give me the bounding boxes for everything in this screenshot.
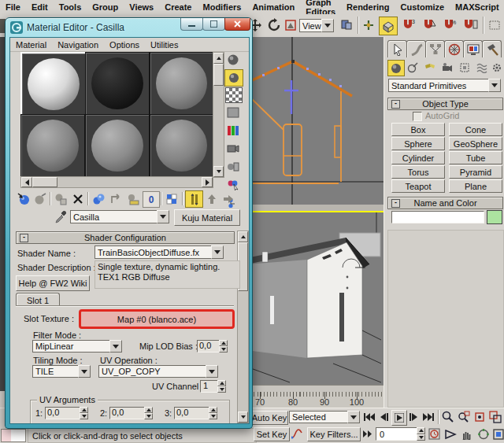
material-id-channel-icon[interactable]: 0 <box>143 191 160 208</box>
menu-animation[interactable]: Animation <box>246 2 300 13</box>
material-editor-titlebar[interactable]: Material Editor - Casilla <box>6 18 252 37</box>
button-plane[interactable]: Plane <box>449 179 502 193</box>
category-helpers-icon[interactable] <box>457 60 472 75</box>
sample-slot-5[interactable] <box>85 114 150 178</box>
sample-vertical-scrollbar[interactable] <box>213 52 224 178</box>
tab-modify[interactable] <box>406 40 426 57</box>
put-to-library-icon[interactable] <box>125 191 141 206</box>
play-button[interactable] <box>391 410 407 426</box>
mated-menu-material[interactable]: Material <box>10 39 52 50</box>
sample-slot-4[interactable] <box>20 114 85 178</box>
mated-menu-options[interactable]: Options <box>104 39 145 50</box>
uv-operation-arrow[interactable] <box>206 365 218 378</box>
parameters-scrollbar[interactable] <box>237 231 249 423</box>
help-fw2-wiki-button[interactable]: Help @ FW2 Wiki <box>16 275 90 291</box>
tab-hierarchy[interactable] <box>425 40 445 57</box>
button-torus[interactable]: Torus <box>391 165 445 179</box>
next-frame-button[interactable] <box>408 411 420 423</box>
button-tube[interactable]: Tube <box>449 151 502 164</box>
snaps-toggle-icon[interactable] <box>379 17 398 35</box>
button-geosphere[interactable]: GeoSphere <box>449 137 502 150</box>
sample-uv-tiling-icon[interactable] <box>225 105 241 120</box>
primitive-category-arrow[interactable] <box>488 79 501 92</box>
zoom-all-icon[interactable] <box>457 410 471 424</box>
tiling-mode-dropdown[interactable]: TILE <box>32 365 91 378</box>
reference-coordinate-arrow[interactable] <box>321 19 334 32</box>
slot-texture-map-button[interactable]: Map #0 (blanco.ace) <box>79 309 235 329</box>
assign-material-to-selection-icon[interactable] <box>53 191 69 206</box>
button-sphere[interactable]: Sphere <box>391 137 445 150</box>
mated-menu-navigation[interactable]: Navigation <box>52 39 104 50</box>
autogrid-checkbox[interactable] <box>413 112 422 121</box>
tab-create[interactable] <box>387 40 407 57</box>
spinner-snap-icon[interactable] <box>461 17 479 33</box>
material-options-icon[interactable] <box>225 160 241 174</box>
key-selection-arrow[interactable] <box>347 411 360 423</box>
uv-arg3-spinner[interactable] <box>209 407 217 419</box>
minimize-button[interactable] <box>180 18 203 31</box>
name-color-rollout-header[interactable]: - Name and Color <box>387 197 503 209</box>
material-editor-window[interactable]: Material Editor - Casilla Material Navig… <box>5 17 253 429</box>
menu-tools[interactable]: Tools <box>54 2 87 13</box>
named-selection-icon[interactable] <box>487 17 502 33</box>
uv-arg2-field[interactable]: 0,0 <box>109 407 146 419</box>
make-unique-icon[interactable] <box>108 191 124 206</box>
set-key-button[interactable]: Set Key <box>254 427 290 441</box>
uv-arg3-field[interactable]: 0,0 <box>174 407 210 419</box>
zoom-icon[interactable] <box>441 410 455 424</box>
filter-mode-arrow[interactable] <box>109 340 122 353</box>
time-configuration-icon[interactable] <box>428 427 441 441</box>
category-geometry-icon[interactable] <box>387 60 405 76</box>
menu-rendering[interactable]: Rendering <box>341 2 395 13</box>
primitive-category-dropdown[interactable]: Standard Primitives <box>388 79 501 92</box>
category-cameras-icon[interactable] <box>439 60 455 75</box>
menu-customize[interactable]: Customize <box>395 2 450 13</box>
tab-motion[interactable] <box>444 40 464 57</box>
category-shapes-icon[interactable] <box>405 60 421 75</box>
arc-rotate-icon[interactable] <box>476 427 491 441</box>
button-teapot[interactable]: Teapot <box>391 179 445 193</box>
v-scroll-thumb[interactable] <box>213 64 224 86</box>
h-scroll-thumb[interactable] <box>32 177 57 187</box>
reference-coordinate-dropdown[interactable]: View <box>299 19 334 32</box>
key-filters-button[interactable]: Key Filters... <box>307 427 361 441</box>
collapse-icon[interactable]: - <box>391 199 400 208</box>
background-icon[interactable] <box>225 87 243 103</box>
field-of-view-icon[interactable] <box>443 427 458 441</box>
collapse-icon[interactable]: - <box>20 234 28 242</box>
object-name-input[interactable] <box>391 211 484 223</box>
button-box[interactable]: Box <box>391 123 445 136</box>
menu-maxscript[interactable]: MAXScript <box>450 2 504 13</box>
menu-edit[interactable]: Edit <box>26 2 54 13</box>
go-to-start-button[interactable] <box>362 411 376 423</box>
menu-file[interactable]: File <box>0 2 26 13</box>
menu-create[interactable]: Create <box>159 2 197 13</box>
mini-listener[interactable] <box>1 429 26 442</box>
tab-utilities[interactable] <box>482 40 502 57</box>
use-pivot-point-icon[interactable] <box>339 17 354 33</box>
menu-group[interactable]: Group <box>87 2 124 13</box>
mip-lod-bias-spinner[interactable] <box>219 340 228 353</box>
frame-spinner[interactable] <box>417 427 425 441</box>
mip-lod-bias-field[interactable]: 0,0 <box>197 340 220 353</box>
sample-slot-2[interactable] <box>85 52 150 116</box>
key-mode-toggle-icon[interactable] <box>361 427 374 440</box>
sample-slot-6[interactable] <box>150 114 213 178</box>
button-cylinder[interactable]: Cylinder <box>391 151 445 164</box>
current-frame-field[interactable]: 0 <box>376 427 420 441</box>
shader-name-dropdown[interactable]: TrainBasicObjectDiffuse.fx <box>94 245 224 259</box>
select-and-rotate-icon[interactable] <box>266 17 282 33</box>
show-end-result-icon[interactable] <box>185 190 203 208</box>
button-pyramid[interactable]: Pyramid <box>449 165 502 179</box>
material-name-dropdown[interactable]: Casilla <box>70 210 169 223</box>
uv-arg2-spinner[interactable] <box>144 407 153 419</box>
show-map-in-viewport-icon[interactable] <box>164 191 180 206</box>
object-color-swatch[interactable] <box>487 210 502 224</box>
material-name-arrow[interactable] <box>157 210 169 223</box>
uv-arg1-spinner[interactable] <box>80 407 88 419</box>
video-color-check-icon[interactable] <box>225 124 241 138</box>
collapse-icon[interactable]: - <box>391 100 400 109</box>
percent-snap-icon[interactable]: % <box>441 17 458 33</box>
put-material-to-scene-icon[interactable] <box>32 191 48 206</box>
button-cone[interactable]: Cone <box>449 123 502 136</box>
